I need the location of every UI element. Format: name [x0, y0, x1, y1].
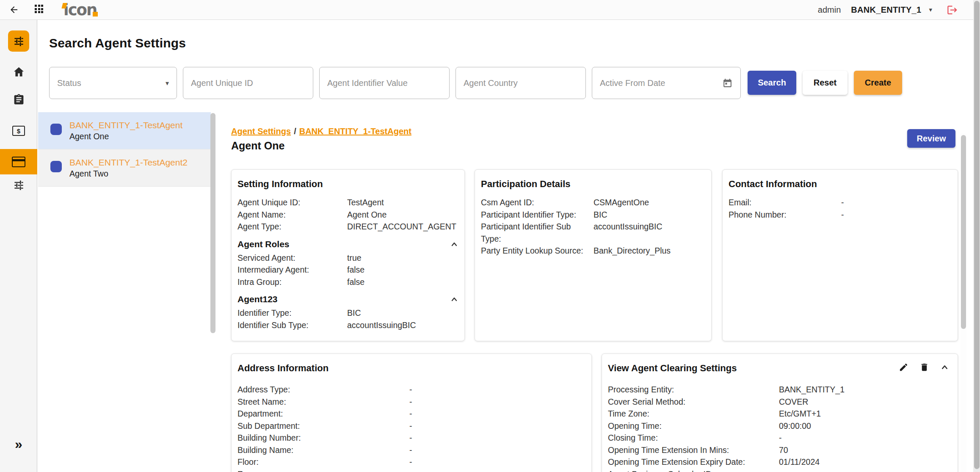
tune-icon [13, 179, 25, 191]
sidebar-item-home[interactable] [0, 66, 37, 78]
collapse-chevron-up-icon[interactable] [450, 295, 458, 304]
detail-row: Csm Agent ID:CSMAgentOne [481, 196, 705, 209]
card-title: Address Information [237, 362, 585, 374]
sidebar: $ » [0, 20, 37, 472]
icon-logo: icon [63, 2, 97, 18]
logout-icon[interactable] [947, 4, 958, 16]
collapse-chevron-up-icon[interactable] [940, 363, 949, 372]
breadcrumb-link-agent-settings[interactable]: Agent Settings [231, 127, 291, 136]
edit-pencil-icon[interactable] [899, 362, 908, 372]
address-information-card: Address Information Address Type:- Stree… [231, 353, 592, 472]
scrollbar-thumb[interactable] [974, 1, 980, 469]
delete-trash-icon[interactable] [919, 362, 929, 372]
agent-roles-section-header: Agent Roles [237, 239, 458, 249]
search-button[interactable]: Search [748, 71, 796, 95]
detail-row: Agent Name:Agent One [237, 209, 458, 221]
logo-text: icon [63, 1, 97, 19]
agent-list-scrollbar[interactable] [210, 113, 215, 333]
sidebar-item-payments[interactable]: $ [0, 126, 37, 136]
detail-row: Address Type:- [237, 384, 585, 396]
window-scrollbar[interactable] [973, 0, 980, 472]
reset-button[interactable]: Reset [803, 71, 847, 95]
tune-icon [13, 36, 25, 47]
detail-row: Identifier Type:BIC [237, 307, 458, 319]
sidebar-item-tasks[interactable] [0, 94, 37, 106]
detail-row: Opening Time Extension Expiry Date:01/11… [608, 456, 952, 468]
participation-details-card: Participation Details Csm Agent ID:CSMAg… [475, 169, 712, 341]
app-window: icon admin BANK_ENTITY_1 ▾ $ [0, 0, 980, 472]
detail-row: Email:- [729, 196, 952, 209]
topbar: icon admin BANK_ENTITY_1 ▾ [0, 0, 980, 20]
review-button[interactable]: Review [907, 129, 955, 148]
breadcrumb: Agent Settings/BANK_ENTITY_1-TestAgent [231, 127, 411, 136]
detail-row: Serviced Agent:true [237, 252, 458, 264]
contact-information-card: Contact Information Email:- Phone Number… [722, 169, 958, 341]
sidebar-item-agent-settings[interactable] [8, 30, 29, 52]
sidebar-expand-icon[interactable]: » [0, 437, 37, 451]
detail-row: Building Name:- [237, 444, 585, 456]
home-icon [13, 66, 25, 78]
detail-row: Agent Business Calendar ID:- [608, 468, 952, 472]
detail-row: Street Name:- [237, 396, 585, 408]
payment-icon: $ [12, 126, 25, 136]
chevron-down-icon[interactable]: ▾ [929, 6, 932, 14]
card-title: Contact Information [729, 178, 952, 190]
agent-identifier-value-input[interactable] [327, 78, 442, 88]
agent-color-swatch [50, 161, 62, 172]
breadcrumb-link-current-agent[interactable]: BANK_ENTITY_1-TestAgent [299, 127, 411, 136]
sidebar-item-accounts-active[interactable] [0, 149, 37, 174]
agent-id-label: BANK_ENTITY_1-TestAgent [69, 119, 182, 131]
apps-grid-icon[interactable] [35, 5, 45, 15]
agent-name-label: Agent Two [69, 168, 188, 179]
create-button[interactable]: Create [854, 71, 902, 95]
agent-detail-title: Agent One [231, 140, 284, 152]
detail-row: Phone Number:- [729, 209, 952, 221]
agent-name-label: Agent One [69, 131, 182, 142]
detail-row: Participant Identifier Type:BIC [481, 209, 705, 221]
chevron-down-icon: ▾ [166, 79, 169, 87]
agent-country-input[interactable] [464, 78, 578, 88]
card-title: View Agent Clearing Settings [608, 362, 737, 374]
active-from-date-input[interactable] [600, 78, 722, 88]
collapse-chevron-up-icon[interactable] [450, 240, 458, 248]
detail-row: Party Entity Lookup Source:Bank_Director… [481, 245, 705, 257]
status-placeholder: Status [57, 78, 166, 88]
agent-clearing-settings-card: View Agent Clearing Settings Processing … [602, 353, 958, 472]
agent-unique-id-field[interactable] [183, 67, 313, 99]
page-title: Search Agent Settings [49, 36, 186, 50]
status-select[interactable]: Status ▾ [49, 67, 177, 99]
main-content: Search Agent Settings Status ▾ Search Re… [38, 20, 973, 472]
detail-row: Floor:- [237, 456, 585, 468]
detail-row: Time Zone:Etc/GMT+1 [608, 408, 952, 420]
detail-row: Closing Time:- [608, 432, 952, 444]
agent-color-swatch [50, 124, 62, 135]
list-item-agent-one[interactable]: BANK_ENTITY_1-TestAgent Agent One [38, 112, 211, 149]
calendar-icon[interactable] [722, 78, 733, 88]
credit-card-icon [12, 157, 25, 167]
card-title: Setting Information [237, 178, 458, 190]
back-icon[interactable] [7, 3, 21, 17]
detail-row: Agent Type:DIRECT_ACCOUNT_AGENT [237, 221, 458, 233]
active-from-date-field[interactable] [592, 67, 741, 99]
agent-identifier-value-field[interactable] [319, 67, 450, 99]
detail-pane-scrollbar[interactable] [961, 133, 966, 472]
detail-row: Department:- [237, 408, 585, 420]
detail-row: Intermediary Agent:false [237, 264, 458, 276]
card-title: Participation Details [481, 178, 705, 190]
detail-row: Processing Entity:BANK_ENTITY_1 [608, 384, 952, 396]
sidebar-item-settings[interactable] [0, 179, 37, 191]
detail-row: Sub Department:- [237, 420, 585, 432]
agent-results-list: BANK_ENTITY_1-TestAgent Agent One BANK_E… [38, 112, 211, 187]
detail-row: Intra Group:false [237, 276, 458, 288]
entity-selector-label[interactable]: BANK_ENTITY_1 [851, 5, 921, 15]
clipboard-icon [13, 94, 25, 106]
detail-row: Room:- [237, 468, 585, 472]
list-item-agent-two[interactable]: BANK_ENTITY_1-TestAgent2 Agent Two [38, 149, 211, 187]
detail-row: Cover Serial Method:COVER [608, 396, 952, 408]
scrollbar-thumb[interactable] [961, 135, 966, 329]
detail-row: Agent Unique ID:TestAgent [237, 196, 458, 209]
agent-unique-id-input[interactable] [191, 78, 305, 88]
setting-information-card: Setting Information Agent Unique ID:Test… [231, 169, 465, 341]
breadcrumb-separator: / [294, 127, 296, 136]
agent-country-field[interactable] [455, 67, 586, 99]
